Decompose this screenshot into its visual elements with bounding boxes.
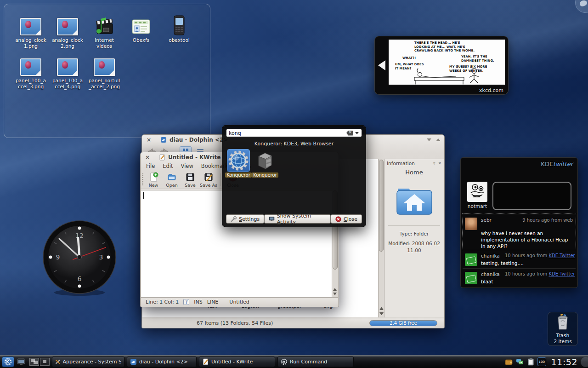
folder-view-widget: analog_clock 1.png analog_clock 2.png xyxy=(4,4,210,138)
file-manager-box-icon xyxy=(255,150,275,171)
desktop-icon-obextool[interactable]: obextool xyxy=(162,13,197,43)
menu-file[interactable]: File xyxy=(146,163,155,169)
chevron-down-icon[interactable] xyxy=(355,132,359,134)
scroll-down-icon[interactable] xyxy=(379,312,384,315)
kdetwitter-brand: KDEtwitter xyxy=(461,158,577,170)
clock-numeral-12: 12 xyxy=(75,232,84,239)
systemsettings-task-icon xyxy=(55,358,60,365)
task-label: Appearance - System Settings xyxy=(62,359,121,365)
xkcd-comic-widget: THERE'S THE HEAD... HE'S LOOKING AT ME..… xyxy=(374,36,509,95)
tweet-body: why have I never seen an implementation … xyxy=(481,230,572,250)
settings-button[interactable]: Settings xyxy=(226,214,264,224)
task-kwrite[interactable]: Untitled - KWrite xyxy=(199,356,275,367)
digital-clock[interactable]: 11:52 xyxy=(551,357,577,367)
trash-widget[interactable]: Trash 2 items xyxy=(548,312,578,346)
run-command-input[interactable] xyxy=(226,130,346,136)
result-konqueror-web[interactable]: Konqueror xyxy=(227,150,250,178)
tweet-avatar xyxy=(465,272,477,284)
desktop-icon-label: obextool xyxy=(162,37,197,43)
chat-tray-icon[interactable] xyxy=(515,357,524,366)
menu-view[interactable]: View xyxy=(181,163,193,169)
help-badge[interactable]: ? xyxy=(183,299,189,305)
close-icon[interactable] xyxy=(146,137,152,143)
battery-percent-label: 100 xyxy=(539,360,545,364)
menu-edit[interactable]: Edit xyxy=(163,163,173,169)
tweet-item[interactable]: chanika 10 hours ago from KDE Twitter bl… xyxy=(463,268,576,287)
desktop-icon-internet-videos[interactable]: Internet videos xyxy=(87,13,122,49)
panel-close-icon[interactable]: ✕ xyxy=(438,161,441,166)
line-col-indicator: Line: 1 Col: 1 xyxy=(146,299,179,305)
kdetwitter-widget: KDEtwitter notmart xyxy=(460,157,578,288)
home-folder-icon xyxy=(393,182,435,218)
result-konqueror-filemanager[interactable]: Konqueror xyxy=(254,150,277,178)
dolphin-statusbar: 67 Items (13 Folders, 54 Files) 2.4 GiB … xyxy=(142,318,444,328)
scroll-down-icon[interactable] xyxy=(333,293,337,295)
image-thumbnail-icon xyxy=(20,18,41,35)
desktop-icon-panel-100-accel-4[interactable]: panel_100_a ccel_4.png xyxy=(50,54,85,90)
tweet-source-link[interactable]: KDE Twitter xyxy=(548,253,575,258)
clapperboard-icon xyxy=(94,16,114,35)
desktop-icon-obexfs[interactable]: Obexfs xyxy=(124,13,158,43)
dolphin-vertical-scrollbar[interactable] xyxy=(378,159,384,317)
scroll-up-icon[interactable] xyxy=(333,288,337,291)
save-button[interactable]: Save xyxy=(182,172,198,188)
task-dolphin[interactable]: diau - Dolphin <2> xyxy=(127,356,197,367)
monitor-icon xyxy=(269,216,275,222)
new-document-button[interactable]: New xyxy=(145,172,162,188)
kwallet-tray-icon[interactable] xyxy=(504,357,513,366)
pager-desktop-2[interactable] xyxy=(40,358,50,366)
file-modified-info: Modified: 2008-06-02 11:00 xyxy=(384,240,444,254)
show-system-activity-button[interactable]: Show System Activity xyxy=(264,214,331,224)
kmenu-button[interactable] xyxy=(2,356,14,367)
task-run-command[interactable]: Run Command xyxy=(277,356,354,367)
information-panel: Information ▿ ✕ Home Type: F xyxy=(384,159,444,317)
tweet-timestamp: 10 hours ago from KDE Twitter xyxy=(505,271,575,276)
task-label: diau - Dolphin <2> xyxy=(139,359,188,365)
desktop-icon-analog-clock-1[interactable]: analog_clock 1.png xyxy=(13,13,48,49)
maximize-icon[interactable] xyxy=(436,138,441,141)
tweet-avatar xyxy=(465,253,477,266)
previous-comic-arrow-icon[interactable] xyxy=(378,60,385,70)
close-button[interactable]: Close xyxy=(331,214,362,224)
scroll-up-icon[interactable] xyxy=(379,307,384,310)
open-document-button[interactable]: Open xyxy=(164,172,180,188)
minimize-icon[interactable] xyxy=(427,138,431,141)
plasma-toolbox-cashew[interactable] xyxy=(575,0,588,13)
desktop-icon-panel-nortull-accel-2[interactable]: panel_nortull _accel_2.png xyxy=(87,54,122,90)
kwrite-statusbar: Line: 1 Col: 1 ? INS LINE Untitled xyxy=(141,297,338,306)
tweet-item[interactable]: sebr 9 hours ago from web why have I nev… xyxy=(463,214,576,250)
klipper-tray-icon[interactable] xyxy=(526,357,535,366)
save-as-button[interactable]: Save As xyxy=(200,172,217,188)
analog-clock-widget[interactable]: 12 3 6 9 xyxy=(42,220,117,297)
device-notifier-icon[interactable] xyxy=(17,357,25,366)
panel-toolbox-cashew[interactable] xyxy=(581,357,588,367)
desktop-icon-label: analog_clock 1.png xyxy=(13,37,48,49)
tweet-compose-input[interactable] xyxy=(492,182,571,210)
battery-tray-icon[interactable]: 100 xyxy=(537,357,546,366)
xkcd-site-label: xkcd.com xyxy=(479,87,503,93)
task-label: Run Command xyxy=(290,359,327,365)
trash-can-icon xyxy=(555,314,571,330)
panel-float-icon[interactable]: ▿ xyxy=(433,161,435,166)
desktop-icon-label: Obexfs xyxy=(124,37,158,43)
tweet-source-link[interactable]: KDE Twitter xyxy=(548,271,575,276)
run-command-inputwrap xyxy=(226,129,362,137)
result-label: Konqueror xyxy=(252,172,278,178)
close-icon[interactable] xyxy=(144,154,151,161)
notmart-avatar-icon xyxy=(467,182,487,202)
desktop-icon-panel-100-accel-3[interactable]: panel_100_a ccel_3.png xyxy=(13,54,48,90)
tweet-item[interactable]: chanika 10 hours ago from KDE Twitter te… xyxy=(463,250,576,268)
pager-desktop-1[interactable] xyxy=(29,358,39,366)
clear-text-icon[interactable] xyxy=(346,131,353,136)
kwrite-app-icon xyxy=(159,154,165,161)
text-cursor xyxy=(143,192,144,199)
task-systemsettings[interactable]: Appearance - System Settings xyxy=(52,356,124,367)
scrollbar-thumb[interactable] xyxy=(379,160,384,252)
task-label: Untitled - KWrite xyxy=(211,359,253,365)
items-count-label: 67 Items (13 Folders, 54 Files) xyxy=(197,320,273,326)
free-space-label: 2.4 GiB free xyxy=(370,321,437,326)
card-icon xyxy=(131,18,151,35)
kde-logo-icon xyxy=(4,358,12,366)
taskbar-panel: Appearance - System Settings diau - Dolp… xyxy=(0,355,588,368)
desktop-icon-analog-clock-2[interactable]: analog_clock 2.png xyxy=(50,13,85,49)
